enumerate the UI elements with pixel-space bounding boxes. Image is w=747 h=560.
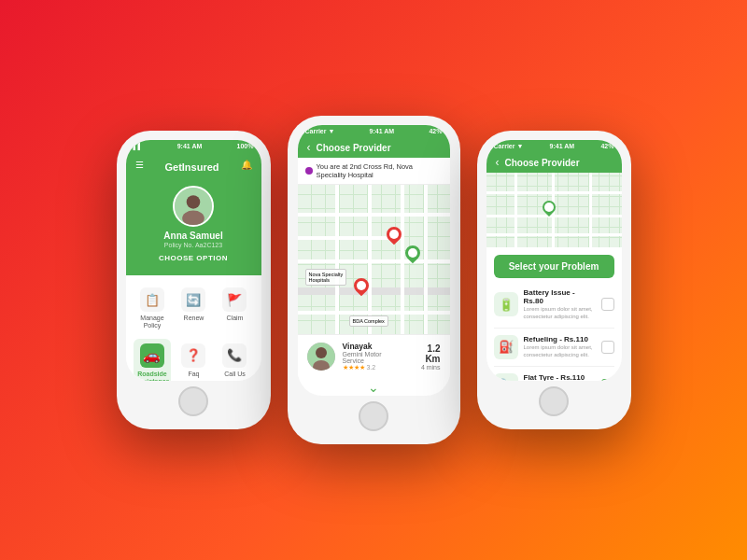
bda-label: BDA Complex (349, 315, 388, 327)
map-pin-green (405, 245, 420, 260)
avatar (173, 186, 214, 227)
problem-item-flat-tyre[interactable]: 🔧 Flat Tyre - Rs.110 Lorem ipsum dolor s… (494, 367, 614, 381)
provider-name-2: Vinayak (343, 342, 403, 351)
menu-item-renew[interactable]: 🔄 Renew (175, 283, 212, 335)
phones-container: ▌▌ 9:41 AM 100% ☰ GetInsured 🔔 (117, 116, 631, 444)
flat-tyre-title: Flat Tyre - Rs.110 (524, 373, 596, 381)
call-us-label: Call Us (224, 371, 246, 378)
carrier-3: Carrier ▼ (494, 143, 524, 149)
problem-text-battery: Battery Issue - Rs.80 Lorem ipsum dolor … (524, 288, 596, 321)
status-bar-3: Carrier ▼ 9:41 AM 42% (486, 140, 622, 152)
back-button-3[interactable]: ‹ (496, 156, 500, 169)
phone-1: ▌▌ 9:41 AM 100% ☰ GetInsured 🔔 (117, 131, 271, 429)
menu-grid: 📋 Manage Policy 🔄 Renew 🚩 Claim 🚗 Roadsi… (126, 275, 261, 381)
menu-item-call-us[interactable]: 📞 Call Us (216, 339, 253, 381)
faq-icon: ❓ (181, 343, 205, 368)
battery-3: 42% (600, 143, 613, 149)
refuel-desc: Lorem ipsum dolor sit amet, consectetur … (524, 344, 596, 359)
phone-3: Carrier ▼ 9:41 AM 42% ‹ Choose Provider (477, 131, 631, 429)
flat-tyre-check[interactable]: ✓ (601, 379, 614, 381)
menu-icon[interactable]: ☰ (135, 158, 144, 173)
location-bar: You are at 2nd Cross Rd, Nova Speciality… (298, 158, 450, 185)
phone-3-screen: Carrier ▼ 9:41 AM 42% ‹ Choose Provider (486, 140, 622, 381)
problem-text-refuel: Refueling - Rs.110 Lorem ipsum dolor sit… (524, 335, 596, 359)
svg-point-1 (187, 195, 201, 209)
roadside-label: Roadside Assistance (135, 371, 170, 381)
road-h2 (298, 236, 389, 240)
refuel-icon: ⛽ (494, 335, 518, 359)
road-v4 (424, 185, 428, 334)
refuel-check[interactable] (601, 341, 614, 354)
battery-title: Battery Issue - Rs.80 (524, 288, 596, 305)
back-button-2[interactable]: ‹ (307, 141, 311, 154)
status-bar-1: ▌▌ 9:41 AM 100% (126, 140, 261, 152)
p1-header: ☰ GetInsured 🔔 (126, 152, 261, 186)
p3-map (486, 173, 622, 247)
status-bar-2: Carrier ▼ 9:41 AM 42% (298, 125, 450, 137)
battery-icon-1: 100% (237, 143, 254, 149)
phone-2: Carrier ▼ 9:41 AM 42% ‹ Choose Provider … (288, 116, 460, 444)
choose-option-label: Choose Option (159, 254, 228, 262)
chevron-down-icon[interactable]: ⌄ (298, 378, 450, 396)
map-area[interactable]: Nova SpecialtyHospitals BDA Complex (298, 185, 450, 334)
claim-icon: 🚩 (222, 287, 247, 312)
time-val-2: 4 mins (411, 364, 441, 371)
distance-info-2: 1.2 Km 4 mins (411, 343, 441, 371)
phone-2-screen: Carrier ▼ 9:41 AM 42% ‹ Choose Provider … (298, 125, 450, 396)
manage-policy-icon: 📋 (140, 287, 164, 312)
manage-policy-label: Manage Policy (135, 315, 170, 330)
provider-card-2: Vinayak Gemini Motor Service ★★★★ 3.2 1.… (298, 334, 450, 378)
problem-item-battery[interactable]: 🔋 Battery Issue - Rs.80 Lorem ipsum dolo… (494, 282, 614, 329)
claim-label: Claim (227, 315, 244, 322)
status-time-3: 9:41 AM (550, 143, 575, 149)
svg-point-2 (182, 211, 204, 226)
user-name: Anna Samuel (163, 231, 222, 241)
menu-item-manage-policy[interactable]: 📋 Manage Policy (134, 283, 172, 335)
road-v2 (368, 185, 372, 334)
renew-icon: 🔄 (181, 287, 205, 312)
battery-desc: Lorem ipsum dolor sit amet, consectetur … (524, 306, 596, 321)
header-title-3: Choose Provider (505, 158, 580, 168)
p3-road-v3 (589, 173, 592, 247)
road-v1 (335, 185, 339, 334)
bell-icon[interactable]: 🔔 (241, 158, 252, 173)
problem-item-refuel[interactable]: ⛽ Refueling - Rs.110 Lorem ipsum dolor s… (494, 329, 614, 367)
p3-map-pin (543, 201, 556, 214)
avatar-section: Anna Samuel Policy No. Aa2C123 Choose Op… (126, 186, 261, 275)
battery-check[interactable] (601, 298, 614, 311)
roadside-icon: 🚗 (140, 343, 164, 368)
flat-tyre-icon: 🔧 (494, 373, 518, 381)
distance-val-2: 1.2 Km (411, 343, 441, 364)
p3-road-v1 (514, 173, 517, 247)
menu-item-roadside[interactable]: 🚗 Roadside Assistance (134, 339, 172, 381)
menu-item-claim[interactable]: 🚩 Claim (216, 283, 253, 335)
home-button-3[interactable] (539, 386, 569, 416)
select-problem-button[interactable]: Select your Problem (494, 255, 614, 278)
svg-point-4 (316, 347, 327, 358)
policy-number: Policy No. Aa2C123 (164, 242, 222, 248)
renew-label: Renew (184, 315, 204, 322)
call-icon: 📞 (222, 343, 247, 368)
refuel-title: Refueling - Rs.110 (524, 335, 596, 343)
provider-service-2: Gemini Motor Service (343, 351, 403, 364)
map-pin-2 (354, 278, 369, 293)
faq-label: Faq (188, 371, 199, 378)
battery-icon: 🔋 (494, 292, 518, 316)
problem-list: 🔋 Battery Issue - Rs.80 Lorem ipsum dolo… (486, 282, 622, 381)
signal-icon: ▌▌ (134, 143, 143, 149)
p3-header: ‹ Choose Provider (486, 152, 622, 173)
header-title-2: Choose Provider (317, 143, 391, 153)
location-dot-icon (305, 167, 313, 175)
status-time-2: 9:41 AM (370, 128, 395, 134)
road-v3 (401, 185, 404, 334)
p2-header: ‹ Choose Provider (298, 137, 450, 158)
menu-item-faq[interactable]: ❓ Faq (175, 339, 212, 381)
location-text: You are at 2nd Cross Rd, Nova Speciality… (317, 162, 443, 179)
battery-2: 42% (429, 128, 442, 134)
provider-stars-2: ★★★★ 3.2 (343, 364, 403, 371)
home-button-1[interactable] (178, 386, 208, 416)
home-button-2[interactable] (359, 401, 388, 431)
provider-avatar-2 (307, 343, 335, 371)
carrier-2: Carrier ▼ (305, 128, 335, 134)
app-title: GetInsured (164, 161, 218, 173)
